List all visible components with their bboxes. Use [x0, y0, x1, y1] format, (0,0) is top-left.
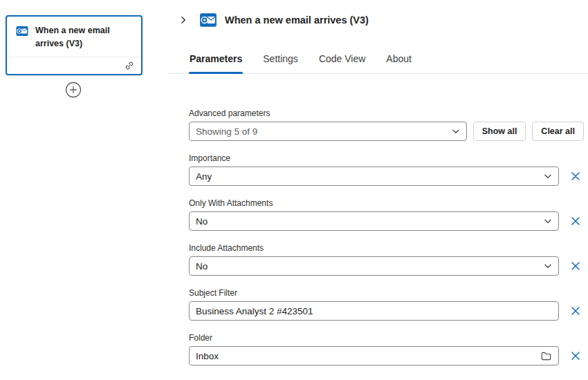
clear-only-with-attachments-button[interactable]: [567, 213, 584, 229]
collapse-panel-button[interactable]: [175, 12, 192, 28]
chevron-down-icon: [452, 127, 460, 135]
field-label: Folder: [189, 333, 584, 343]
folder-picker[interactable]: Inbox: [189, 346, 559, 365]
subject-filter-input[interactable]: [189, 301, 559, 321]
add-step-button[interactable]: [65, 82, 82, 98]
trigger-card-footer: [7, 57, 141, 74]
field-label: Only With Attachments: [189, 198, 584, 208]
field-folder: Folder Inbox: [189, 333, 584, 365]
trigger-card[interactable]: When a new email arrives (V3): [6, 15, 143, 75]
clear-all-button[interactable]: Clear all: [532, 122, 584, 141]
tab-bar: Parameters Settings Code View About: [169, 53, 588, 74]
field-importance: Importance Any: [189, 153, 584, 186]
chevron-down-icon: [544, 217, 552, 225]
field-label: Subject Filter: [189, 288, 584, 298]
advanced-parameters-row: Showing 5 of 9 Show all Clear all: [189, 122, 584, 141]
flow-canvas: When a new email arrives (V3): [0, 0, 169, 380]
folder-value: Inbox: [196, 351, 219, 361]
connection-link-icon[interactable]: [123, 59, 136, 72]
advanced-parameters-value: Showing 5 of 9: [196, 126, 257, 137]
chevron-down-icon: [544, 262, 552, 270]
parameters-content: Advanced parameters Showing 5 of 9 Show …: [169, 74, 588, 372]
clear-folder-button[interactable]: [567, 348, 584, 364]
clear-subject-filter-button[interactable]: [567, 303, 584, 319]
importance-dropdown[interactable]: Any: [189, 167, 559, 186]
field-include-attachments: Include Attachments No: [189, 243, 584, 276]
details-panel: When a new email arrives (V3) Parameters…: [169, 0, 588, 380]
clear-importance-button[interactable]: [567, 168, 584, 184]
include-attachments-value: No: [196, 261, 208, 272]
importance-value: Any: [196, 171, 212, 182]
advanced-parameters-label: Advanced parameters: [189, 108, 584, 118]
advanced-parameters-dropdown[interactable]: Showing 5 of 9: [189, 122, 467, 141]
show-all-button[interactable]: Show all: [473, 122, 526, 141]
field-label: Importance: [189, 153, 584, 163]
only-with-attachments-value: No: [196, 216, 208, 227]
outlook-icon: [15, 24, 29, 38]
trigger-card-main: When a new email arrives (V3): [7, 17, 141, 57]
only-with-attachments-dropdown[interactable]: No: [189, 211, 559, 231]
folder-icon[interactable]: [540, 350, 552, 362]
tab-parameters[interactable]: Parameters: [189, 53, 243, 73]
chevron-down-icon: [544, 172, 552, 180]
field-subject-filter: Subject Filter: [189, 288, 584, 321]
field-label: Include Attachments: [189, 243, 584, 253]
panel-header: When a new email arrives (V3): [169, 0, 588, 30]
flow-designer: When a new email arrives (V3): [0, 0, 588, 380]
include-attachments-dropdown[interactable]: No: [189, 256, 559, 276]
tab-about[interactable]: About: [385, 53, 412, 73]
panel-title: When a new email arrives (V3): [225, 15, 369, 26]
clear-include-attachments-button[interactable]: [567, 258, 584, 274]
tab-code-view[interactable]: Code View: [318, 53, 366, 73]
tab-settings[interactable]: Settings: [262, 53, 299, 73]
outlook-icon: [199, 10, 218, 30]
field-only-with-attachments: Only With Attachments No: [189, 198, 584, 231]
trigger-card-title: When a new email arrives (V3): [35, 24, 133, 50]
